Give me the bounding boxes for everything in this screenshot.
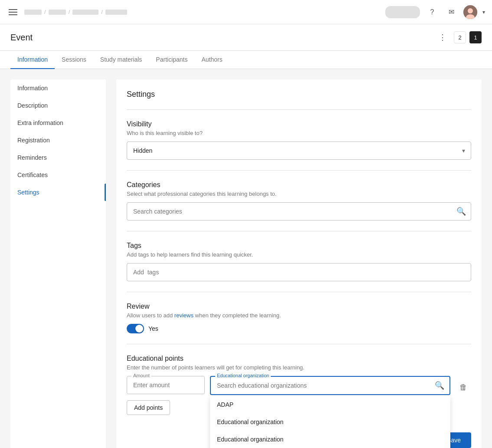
avatar[interactable]	[463, 5, 477, 19]
ep-org-search-icon: 🔍	[435, 381, 444, 390]
tab-participants[interactable]: Participants	[149, 51, 194, 69]
ep-label: Educational points	[127, 355, 471, 362]
svg-point-1	[468, 8, 473, 13]
visibility-label: Visibility	[127, 120, 471, 128]
ep-amount-label: Amount	[131, 373, 151, 378]
page-header-actions: ⋮ 2 1	[435, 30, 482, 45]
sidebar-item-description[interactable]: Description	[10, 97, 106, 114]
sidebar-item-reminders[interactable]: Reminders	[10, 149, 106, 166]
tags-desc: Add tags to help learners find this lear…	[127, 251, 471, 258]
hamburger-menu[interactable]	[7, 7, 19, 17]
sidebar-item-information[interactable]: Information	[10, 79, 106, 97]
divider-3	[127, 231, 471, 231]
sidebar: Information Description Extra informatio…	[10, 79, 106, 448]
categories-search-icon: 🔍	[456, 207, 466, 216]
badge-2[interactable]: 2	[454, 31, 466, 43]
ep-amount-wrapper: Amount	[127, 376, 205, 394]
tags-input[interactable]	[127, 263, 471, 281]
settings-title: Settings	[127, 90, 471, 99]
review-toggle[interactable]	[127, 324, 144, 333]
divider-1	[127, 109, 471, 110]
educational-points-group: Educational points Enter the number of p…	[127, 355, 471, 415]
ep-org-label: Educational organization	[215, 373, 271, 378]
categories-label: Categories	[127, 181, 471, 189]
divider-5	[127, 344, 471, 344]
tags-label: Tags	[127, 242, 471, 250]
sidebar-item-extra-information[interactable]: Extra information	[10, 114, 106, 132]
review-desc: Allow users to add reviews when they com…	[127, 312, 471, 319]
breadcrumb-item-2	[49, 10, 66, 15]
visibility-group: Visibility Who is this learning visible …	[127, 120, 471, 160]
breadcrumb-item-1	[24, 10, 42, 15]
categories-desc: Select what professional categories this…	[127, 191, 471, 197]
tab-study-materials[interactable]: Study materials	[93, 51, 149, 69]
help-icon[interactable]: ?	[425, 5, 439, 19]
review-link[interactable]: reviews	[174, 312, 194, 319]
tab-information[interactable]: Information	[10, 51, 55, 69]
tab-sessions[interactable]: Sessions	[55, 51, 93, 69]
ep-org-wrapper: Educational organization 🔍 ADAP Educatio…	[210, 376, 450, 395]
breadcrumb: / / /	[24, 9, 127, 15]
add-points-button[interactable]: Add points	[127, 400, 170, 415]
review-toggle-row: Yes	[127, 324, 471, 333]
ep-org-input[interactable]	[211, 377, 449, 394]
ep-amount-field: Amount	[127, 376, 205, 394]
breadcrumb-item-3	[72, 10, 98, 15]
divider-4	[127, 292, 471, 292]
page-header: Event ⋮ 2 1	[0, 24, 492, 51]
dropdown-item-org-1[interactable]: Educational organization	[210, 413, 450, 431]
sidebar-item-registration[interactable]: Registration	[10, 132, 106, 149]
ep-org-field: Educational organization 🔍	[210, 376, 450, 395]
breadcrumb-item-4	[105, 10, 127, 15]
categories-group: Categories Select what professional cate…	[127, 181, 471, 221]
visibility-select[interactable]: Hidden Visible Restricted	[127, 142, 471, 160]
mail-icon[interactable]: ✉	[444, 5, 458, 19]
categories-search-input[interactable]	[127, 202, 471, 221]
sidebar-item-settings[interactable]: Settings	[10, 184, 106, 201]
visibility-desc: Who is this learning visible to?	[127, 130, 471, 136]
more-options-button[interactable]: ⋮	[435, 30, 450, 45]
ep-org-dropdown: ADAP Educational organization Educationa…	[210, 396, 450, 448]
dropdown-item-org-2[interactable]: Educational organization	[210, 431, 450, 448]
tabs: Information Sessions Study materials Par…	[0, 51, 492, 69]
ep-row: Amount Educational organization 🔍 ADAP E…	[127, 376, 471, 395]
topbar-pill[interactable]	[385, 6, 420, 18]
review-group: Review Allow users to add reviews when t…	[127, 303, 471, 333]
tab-authors[interactable]: Authors	[195, 51, 230, 69]
page-title: Event	[10, 33, 33, 43]
review-label: Review	[127, 303, 471, 310]
tags-group: Tags Add tags to help learners find this…	[127, 242, 471, 281]
review-toggle-label: Yes	[148, 325, 158, 332]
ep-delete-button[interactable]: 🗑	[456, 379, 471, 395]
content-panel: Settings Visibility Who is this learning…	[116, 79, 482, 448]
topbar-right: ? ✉ ▾	[385, 5, 485, 19]
dropdown-item-adap[interactable]: ADAP	[210, 396, 450, 413]
topbar: / / / ? ✉ ▾	[0, 0, 492, 24]
ep-amount-input[interactable]	[127, 376, 204, 394]
categories-search-wrapper: 🔍	[127, 202, 471, 221]
topbar-left: / / /	[7, 7, 127, 17]
visibility-select-wrapper: Hidden Visible Restricted	[127, 142, 471, 160]
ep-desc: Enter the number of points learners will…	[127, 364, 471, 371]
avatar-chevron-icon[interactable]: ▾	[482, 9, 485, 15]
divider-2	[127, 170, 471, 171]
main-layout: Information Description Extra informatio…	[0, 69, 492, 448]
badge-1[interactable]: 1	[469, 31, 482, 43]
sidebar-item-certificates[interactable]: Certificates	[10, 166, 106, 184]
